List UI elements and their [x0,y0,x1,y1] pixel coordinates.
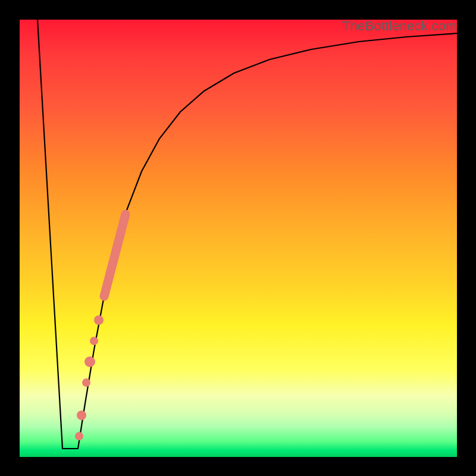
salmon-dot [77,411,86,420]
salmon-dot [94,315,104,325]
chart-frame: TheBottleneck.com [0,0,476,476]
salmon-dot [82,378,90,387]
salmon-segment [104,214,126,296]
salmon-dot [90,337,98,345]
salmon-dot [75,432,83,440]
bottleneck-curve [37,20,457,449]
salmon-overlay [75,214,126,440]
salmon-dot [84,356,95,367]
chart-svg [20,20,457,457]
